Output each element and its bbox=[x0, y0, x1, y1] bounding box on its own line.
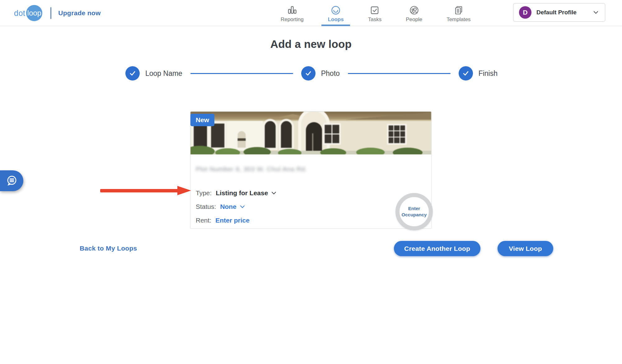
profile-name: Default Profile bbox=[536, 9, 592, 16]
nav-label: Templates bbox=[447, 16, 470, 23]
property-address: Plot Number 8, 303 W. Chul Ana Rd. bbox=[196, 165, 339, 174]
upgrade-now-link[interactable]: Upgrade now bbox=[58, 9, 101, 17]
arrow-head bbox=[177, 186, 191, 195]
dotloop-logo[interactable]: dot loop bbox=[14, 5, 42, 21]
stepper: Loop Name Photo Finish bbox=[125, 66, 498, 81]
new-badge: New bbox=[190, 114, 214, 126]
step-label-finish: Finish bbox=[479, 69, 498, 78]
chat-bubble-icon bbox=[5, 174, 18, 187]
occupancy-line1: Enter bbox=[408, 205, 420, 212]
rent-value: Enter price bbox=[215, 217, 250, 224]
house-photo-illustration bbox=[190, 112, 431, 154]
view-loop-button[interactable]: View Loop bbox=[498, 241, 553, 256]
chat-launcher-button[interactable] bbox=[0, 170, 23, 191]
templates-icon bbox=[454, 5, 464, 15]
logo-loop-circle: loop bbox=[26, 5, 42, 21]
rent-label: Rent: bbox=[196, 217, 211, 224]
chevron-down-icon bbox=[271, 190, 277, 196]
check-icon bbox=[305, 70, 312, 77]
status-row: Status: None bbox=[196, 202, 425, 211]
nav-item-tasks[interactable]: Tasks bbox=[368, 0, 381, 26]
rent-row: Rent: Enter price bbox=[196, 216, 425, 225]
step-label-photo: Photo bbox=[321, 69, 340, 78]
arrow-tail bbox=[100, 189, 178, 192]
nav-item-templates[interactable]: Templates bbox=[447, 0, 470, 26]
type-label: Type: bbox=[196, 189, 212, 197]
step-circle-loop-name bbox=[125, 66, 140, 81]
step-connector bbox=[348, 73, 451, 74]
check-icon bbox=[462, 70, 470, 77]
profile-menu-button[interactable]: D Default Profile bbox=[513, 3, 605, 22]
status-value: None bbox=[220, 203, 236, 210]
type-dropdown[interactable]: Listing for Lease bbox=[216, 189, 277, 197]
bar-chart-icon bbox=[287, 5, 297, 15]
step-connector bbox=[190, 73, 293, 74]
status-dropdown[interactable]: None bbox=[220, 203, 246, 210]
type-row: Type: Listing for Lease bbox=[196, 189, 425, 197]
create-another-loop-button[interactable]: Create Another Loop bbox=[394, 241, 480, 256]
top-bar: dot loop Upgrade now Reporting Loops bbox=[0, 0, 622, 26]
nav-label: Loops bbox=[328, 16, 344, 23]
nav-label: People bbox=[406, 16, 422, 23]
nav-item-reporting[interactable]: Reporting bbox=[281, 0, 304, 26]
loop-card: New Plot Number 8, 303 W. Chul Ana Rd. T… bbox=[190, 111, 432, 229]
nav-label: Tasks bbox=[368, 16, 381, 23]
nav-item-loops[interactable]: Loops bbox=[328, 0, 344, 26]
status-label: Status: bbox=[196, 203, 216, 210]
page-title: Add a new loop bbox=[0, 38, 622, 50]
type-value: Listing for Lease bbox=[216, 189, 268, 197]
check-icon bbox=[129, 70, 136, 77]
step-circle-finish bbox=[459, 66, 473, 81]
nav-item-people[interactable]: People bbox=[406, 0, 422, 26]
chevron-down-icon bbox=[239, 204, 246, 210]
property-photo: New bbox=[190, 112, 431, 154]
red-arrow-annotation bbox=[100, 186, 191, 195]
logo-dot-text: dot bbox=[14, 9, 25, 18]
loop-icon bbox=[331, 5, 341, 15]
rent-enter-price-link[interactable]: Enter price bbox=[215, 217, 250, 224]
occupancy-line2: Occupancy bbox=[402, 212, 427, 218]
people-icon bbox=[409, 5, 419, 15]
avatar: D bbox=[519, 6, 531, 19]
step-label-loop-name: Loop Name bbox=[145, 69, 182, 78]
chevron-down-icon bbox=[592, 9, 599, 16]
enter-occupancy-button[interactable]: Enter Occupancy bbox=[395, 193, 433, 230]
nav-label: Reporting bbox=[281, 16, 304, 23]
primary-nav: Reporting Loops Tasks People bbox=[281, 0, 471, 26]
divider bbox=[50, 7, 51, 19]
back-to-my-loops-link[interactable]: Back to My Loops bbox=[80, 245, 137, 252]
loop-card-body: Plot Number 8, 303 W. Chul Ana Rd. Type:… bbox=[190, 154, 431, 225]
step-circle-photo bbox=[301, 66, 316, 81]
checkbox-icon bbox=[370, 5, 380, 15]
